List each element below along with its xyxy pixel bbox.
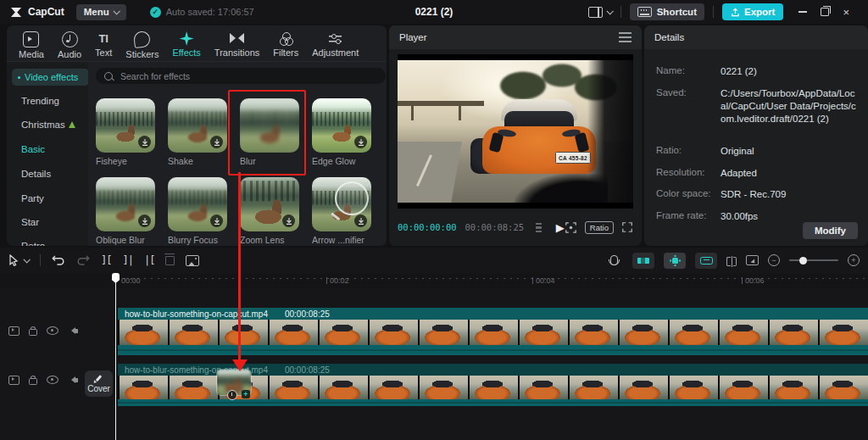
player-menu-icon[interactable] xyxy=(619,36,632,38)
track-type-icon[interactable] xyxy=(8,376,19,385)
export-button[interactable]: Export xyxy=(722,3,783,20)
cursor-icon xyxy=(8,254,19,266)
microphone-icon[interactable] xyxy=(610,255,618,265)
tab-stickers[interactable]: Stickers xyxy=(120,30,164,61)
effect-label: Blur xyxy=(240,156,299,166)
timeline-toolbar: ][ ]| |[ − + xyxy=(0,248,868,273)
split-keep-left-icon[interactable]: ]| xyxy=(122,254,132,266)
minimize-icon[interactable] xyxy=(798,11,807,12)
undo-icon[interactable] xyxy=(52,255,65,265)
close-icon[interactable]: × xyxy=(843,6,849,19)
linkage-toggle[interactable] xyxy=(695,253,717,269)
sidebar-item-christmas[interactable]: Christmas xyxy=(21,120,75,130)
menu-button[interactable]: Menu xyxy=(76,4,126,20)
download-icon xyxy=(282,214,295,227)
select-tool-button[interactable] xyxy=(8,254,29,266)
track1-clip-label[interactable]: how-to-blur-something-on-capcut.mp4 00:0… xyxy=(118,308,868,320)
tab-label: Adjustment xyxy=(312,47,359,58)
capcut-logo: CapCut xyxy=(10,6,64,18)
timeline-zoom-slider[interactable] xyxy=(789,259,838,261)
snapshot-icon[interactable] xyxy=(186,255,199,266)
fullscreen-icon[interactable] xyxy=(621,221,633,233)
tab-transitions[interactable]: Transitions xyxy=(209,30,264,59)
sidebar-item-trending[interactable]: Trending xyxy=(21,96,59,106)
sidebar-item-details[interactable]: Details xyxy=(21,169,51,179)
tab-audio[interactable]: Audio xyxy=(53,30,86,61)
effect-tile-shake[interactable]: Shake xyxy=(168,98,227,166)
tab-media[interactable]: Media xyxy=(14,30,49,61)
focus-preview-icon[interactable] xyxy=(565,221,577,234)
zoom-in-button[interactable]: + xyxy=(848,254,860,266)
effect-tile-edge-glow[interactable]: Edge Glow xyxy=(312,98,371,166)
mute-icon[interactable] xyxy=(68,376,75,383)
tab-label: Effects xyxy=(172,47,200,58)
effect-tile-fisheye[interactable]: Fisheye xyxy=(96,98,155,166)
modify-button[interactable]: Modify xyxy=(803,222,858,239)
sidebar-item-video-effects[interactable]: Video effects xyxy=(12,69,88,86)
sidebar-item-retro[interactable]: Retro xyxy=(21,241,45,246)
effects-search[interactable] xyxy=(96,68,386,84)
track2-audio-strip[interactable] xyxy=(118,399,868,406)
ratio-button[interactable]: Ratio xyxy=(585,221,614,234)
sidebar-item-label: Details xyxy=(21,169,51,179)
sidebar-item-label: Video effects xyxy=(25,72,78,82)
search-input[interactable] xyxy=(119,70,342,82)
tab-filters[interactable]: Filters xyxy=(268,30,303,59)
time-ruler[interactable]: 00:00 00:02 00:04 00:06 xyxy=(0,273,868,288)
layout-switch-button[interactable] xyxy=(588,7,612,18)
split-view-icon[interactable] xyxy=(726,257,737,265)
add-icon: + xyxy=(242,390,250,398)
redo-icon[interactable] xyxy=(76,255,90,265)
split-keep-right-icon[interactable]: |[ xyxy=(144,254,154,266)
snap-icon xyxy=(637,258,649,264)
tab-effects[interactable]: Effects xyxy=(167,30,205,59)
clock-icon xyxy=(227,390,237,400)
details-header: Details xyxy=(644,25,868,49)
quality-icon[interactable] xyxy=(536,223,542,232)
visibility-icon[interactable] xyxy=(47,376,58,384)
effect-tile-arrow-magnifier[interactable]: Arrow ...nifier xyxy=(312,177,371,245)
christmas-tree-icon xyxy=(69,121,75,128)
effect-label: Oblique Blur xyxy=(96,235,155,245)
track-type-icon[interactable] xyxy=(8,326,19,336)
effect-tile-blur[interactable]: Blur xyxy=(240,98,299,166)
sidebar-item-star[interactable]: Star xyxy=(21,217,39,227)
lock-icon[interactable] xyxy=(29,329,37,336)
ruler-label: 00:02 xyxy=(326,276,349,285)
auto-splice-toggle[interactable] xyxy=(664,253,686,269)
player-controls: 00:00:00:00 00:00:08:25 ▶ Ratio xyxy=(389,217,642,237)
slider-knob[interactable] xyxy=(799,257,807,265)
autosave-status: ✓ Auto saved: 17:06:57 xyxy=(150,7,254,18)
effect-label: Fisheye xyxy=(96,156,155,166)
play-button[interactable]: ▶ xyxy=(556,222,565,233)
zoom-out-button[interactable]: − xyxy=(768,254,780,266)
download-icon xyxy=(138,136,151,148)
visibility-icon[interactable] xyxy=(47,326,58,335)
track1-filmstrip[interactable] xyxy=(118,320,868,345)
tab-label: Media xyxy=(19,49,44,59)
detail-label: Frame rate: xyxy=(656,210,706,220)
sidebar-item-label: Retro xyxy=(21,241,45,246)
window-controls: × xyxy=(798,6,860,19)
track1-audio-strip[interactable] xyxy=(118,345,868,355)
shortcut-button[interactable]: Shortcut xyxy=(630,3,704,20)
track1-header xyxy=(8,323,81,338)
effect-tile-oblique-blur[interactable]: Oblique Blur xyxy=(96,177,155,245)
sidebar-item-basic[interactable]: Basic xyxy=(21,144,45,154)
render-preview-icon[interactable] xyxy=(746,255,759,265)
download-icon xyxy=(354,214,367,227)
mute-icon[interactable] xyxy=(68,327,75,334)
lock-icon[interactable] xyxy=(29,378,37,385)
effect-tile-zoom-lens[interactable]: Zoom Lens xyxy=(240,177,299,245)
divider xyxy=(40,254,41,266)
tab-text[interactable]: TIText xyxy=(90,30,117,59)
sidebar-item-label: Trending xyxy=(21,96,59,106)
sidebar-item-party[interactable]: Party xyxy=(21,193,44,203)
restore-icon[interactable] xyxy=(821,8,829,16)
tab-adjustment[interactable]: Adjustment xyxy=(307,30,364,59)
cover-button[interactable]: Cover xyxy=(85,370,113,397)
delete-icon[interactable] xyxy=(165,256,175,265)
auto-snap-toggle[interactable] xyxy=(632,253,654,269)
effect-tile-blurry-focus[interactable]: Blurry Focus xyxy=(168,177,227,245)
split-icon[interactable]: ][ xyxy=(101,254,111,266)
